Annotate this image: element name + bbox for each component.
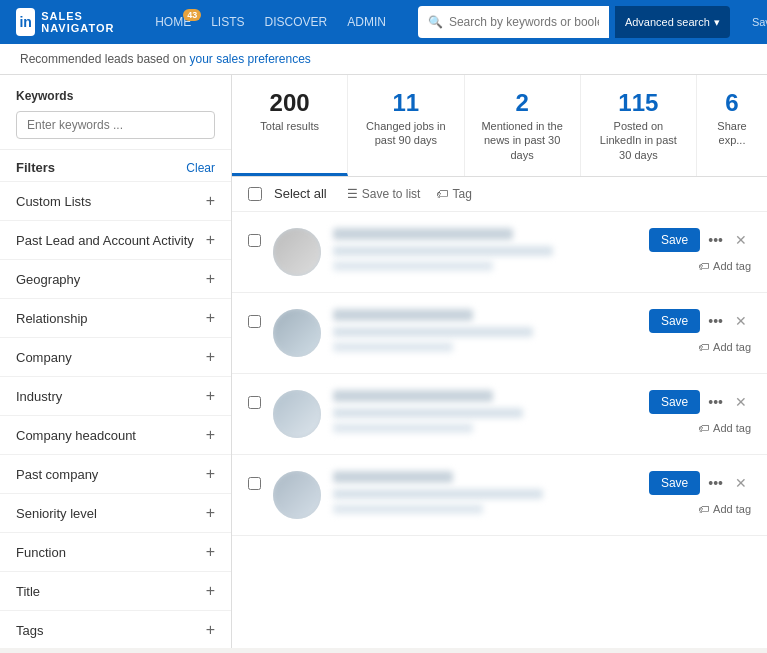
stat-share-exp[interactable]: 6 Share exp...: [697, 75, 767, 176]
result-2-info: [333, 309, 637, 352]
nav-lists[interactable]: LISTS: [203, 11, 252, 33]
result-3-name: [333, 390, 493, 402]
more-options-button[interactable]: •••: [704, 309, 727, 333]
top-header: in SALES NAVIGATOR HOME 43 LISTS DISCOVE…: [0, 0, 767, 44]
result-1-name: [333, 228, 513, 240]
filter-industry[interactable]: Industry +: [0, 376, 231, 415]
toolbar-actions: ☰ Save to list 🏷 Tag: [343, 185, 476, 203]
filter-title[interactable]: Title +: [0, 571, 231, 610]
result-4-info: [333, 471, 637, 514]
result-2-title: [333, 327, 533, 337]
filter-past-company[interactable]: Past company +: [0, 454, 231, 493]
filter-past-lead[interactable]: Past Lead and Account Activity +: [0, 220, 231, 259]
clear-button[interactable]: Clear: [186, 161, 215, 175]
search-box: 🔍: [418, 6, 609, 38]
results-toolbar: Select all ☰ Save to list 🏷 Tag: [232, 177, 767, 212]
save-to-list-button[interactable]: ☰ Save to list: [343, 185, 425, 203]
share-exp-label: Share exp...: [713, 119, 751, 148]
add-tag-link[interactable]: 🏷 Add tag: [698, 422, 751, 434]
stat-changed-jobs[interactable]: 11 Changed jobs in past 90 days: [348, 75, 464, 176]
plus-icon-geography: +: [206, 270, 215, 288]
more-options-button[interactable]: •••: [704, 228, 727, 252]
add-tag-link[interactable]: 🏷 Add tag: [698, 341, 751, 353]
tag-icon: 🏷: [698, 422, 709, 434]
nav-discover[interactable]: DISCOVER: [257, 11, 336, 33]
filter-company[interactable]: Company +: [0, 337, 231, 376]
plus-icon-custom-lists: +: [206, 192, 215, 210]
mentioned-news-label: Mentioned in the news in past 30 days: [481, 119, 564, 162]
filter-geography[interactable]: Geography +: [0, 259, 231, 298]
result-4-title: [333, 489, 543, 499]
share-exp-number: 6: [713, 89, 751, 117]
dismiss-button[interactable]: ✕: [731, 309, 751, 333]
save-button[interactable]: Save: [649, 309, 700, 333]
filter-custom-lists[interactable]: Custom Lists +: [0, 181, 231, 220]
search-input[interactable]: [449, 15, 599, 29]
table-row: Save ••• ✕ 🏷 Add tag: [232, 455, 767, 536]
table-row: Save ••• ✕ 🏷 Add tag: [232, 293, 767, 374]
brand-label: SALES NAVIGATOR: [41, 10, 123, 34]
results-list: Save ••• ✕ 🏷 Add tag: [232, 212, 767, 648]
posted-linkedin-label: Posted on LinkedIn in past 30 days: [597, 119, 680, 162]
result-2-actions: Save ••• ✕ 🏷 Add tag: [649, 309, 751, 353]
result-1-checkbox[interactable]: [248, 234, 261, 247]
result-1-info: [333, 228, 637, 271]
filter-relationship[interactable]: Relationship +: [0, 298, 231, 337]
plus-icon-tags: +: [206, 621, 215, 639]
filter-list: Custom Lists + Past Lead and Account Act…: [0, 181, 231, 648]
result-4-checkbox[interactable]: [248, 477, 261, 490]
dismiss-button[interactable]: ✕: [731, 471, 751, 495]
stat-total[interactable]: 200 Total results: [232, 75, 348, 176]
tag-icon: 🏷: [698, 503, 709, 515]
plus-icon-relationship: +: [206, 309, 215, 327]
select-all-checkbox[interactable]: [248, 187, 262, 201]
filter-function[interactable]: Function +: [0, 532, 231, 571]
select-all-label: Select all: [274, 186, 327, 201]
keywords-section: Keywords: [0, 75, 231, 150]
search-area: 🔍 Advanced search ▾: [418, 6, 730, 38]
total-number: 200: [248, 89, 331, 117]
add-tag-link[interactable]: 🏷 Add tag: [698, 503, 751, 515]
plus-icon-past-company: +: [206, 465, 215, 483]
tag-icon: 🏷: [436, 187, 448, 201]
nav-home[interactable]: HOME 43: [147, 11, 199, 33]
logo: in SALES NAVIGATOR: [16, 8, 123, 36]
result-3-title: [333, 408, 523, 418]
result-2-checkbox[interactable]: [248, 315, 261, 328]
save-button[interactable]: Save: [649, 390, 700, 414]
filter-tags[interactable]: Tags +: [0, 610, 231, 648]
tag-button[interactable]: 🏷 Tag: [432, 185, 475, 203]
mentioned-news-number: 2: [481, 89, 564, 117]
changed-jobs-label: Changed jobs in past 90 days: [364, 119, 447, 148]
filter-seniority[interactable]: Seniority level +: [0, 493, 231, 532]
stats-bar: 200 Total results 11 Changed jobs in pas…: [232, 75, 767, 177]
dismiss-button[interactable]: ✕: [731, 228, 751, 252]
saved-searches-link[interactable]: Saved Searches 6: [746, 12, 767, 32]
keywords-input[interactable]: [16, 111, 215, 139]
sales-preferences-link[interactable]: your sales preferences: [189, 52, 310, 66]
save-button[interactable]: Save: [649, 228, 700, 252]
advanced-search-button[interactable]: Advanced search ▾: [615, 6, 730, 38]
add-tag-link[interactable]: 🏷 Add tag: [698, 260, 751, 272]
search-icon: 🔍: [428, 15, 443, 29]
filter-company-headcount[interactable]: Company headcount +: [0, 415, 231, 454]
dismiss-button[interactable]: ✕: [731, 390, 751, 414]
plus-icon-company: +: [206, 348, 215, 366]
nav-admin[interactable]: ADMIN: [339, 11, 394, 33]
content-area: 200 Total results 11 Changed jobs in pas…: [232, 75, 767, 648]
save-button[interactable]: Save: [649, 471, 700, 495]
plus-icon-past-lead: +: [206, 231, 215, 249]
stat-mentioned-news[interactable]: 2 Mentioned in the news in past 30 days: [465, 75, 581, 176]
subheader: Recommended leads based on your sales pr…: [0, 44, 767, 75]
result-3-detail: [333, 423, 473, 433]
total-label: Total results: [248, 119, 331, 133]
result-3-info: [333, 390, 637, 433]
avatar: [273, 390, 321, 438]
plus-icon-function: +: [206, 543, 215, 561]
stat-posted-linkedin[interactable]: 115 Posted on LinkedIn in past 30 days: [581, 75, 697, 176]
result-3-checkbox[interactable]: [248, 396, 261, 409]
plus-icon-title: +: [206, 582, 215, 600]
tag-icon: 🏷: [698, 341, 709, 353]
more-options-button[interactable]: •••: [704, 471, 727, 495]
more-options-button[interactable]: •••: [704, 390, 727, 414]
